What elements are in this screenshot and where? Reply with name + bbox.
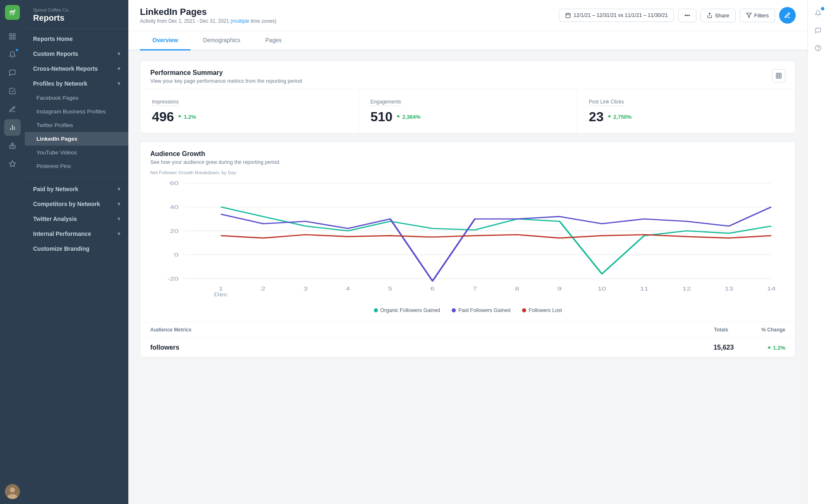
svg-text:20: 20 [170,228,178,233]
date-range-button[interactable]: 12/1/21 – 12/31/21 vs 11/1/21 – 11/30/21 [559,9,674,22]
sidebar-bottom-nav: Paid by Network ▾ Competitors by Network… [25,179,128,259]
app-logo[interactable] [5,5,20,20]
filters-button[interactable]: Filters [740,9,775,22]
topbar-left: LinkedIn Pages Activity from Dec 1, 2021… [140,7,276,24]
more-options-button[interactable]: ••• [678,9,696,22]
legend-dot-organic [374,308,378,312]
table-row-followers: followers 15,623 1.2% [140,338,795,357]
svg-text:-20: -20 [167,276,178,281]
right-bar-notifications[interactable] [811,6,826,21]
chevron-icon: ▾ [118,51,120,57]
sidebar-item-cross-network[interactable]: Cross-Network Reports ▾ [25,61,128,76]
svg-text:2: 2 [261,286,265,291]
chart-label: Net Follower Growth Breakdown, by Day [150,170,785,175]
sidebar-sub-pinterest-pins[interactable]: Pinterest Pins [25,159,128,173]
impressions-change: 1.2% [177,114,196,120]
card-header-audience: Audience Growth See how your audience gr… [140,142,795,170]
svg-text:6: 6 [431,286,435,291]
metric-engagements: Engagements 510 2,364% [359,89,578,133]
user-avatar[interactable] [5,484,20,499]
svg-text:13: 13 [724,286,733,291]
right-bar [807,0,828,504]
nav-icon-messages[interactable] [4,65,21,81]
main-content: LinkedIn Pages Activity from Dec 1, 2021… [128,0,807,504]
share-icon [707,12,712,18]
right-bar-chat[interactable] [811,23,826,38]
performance-summary-card: Performance Summary View your key page p… [140,60,796,133]
card-header-perf: Performance Summary View your key page p… [140,61,795,89]
icon-bar [0,0,25,504]
chevron-icon: ▾ [118,201,120,207]
sidebar-sub-linkedin-pages[interactable]: LinkedIn Pages [25,132,128,146]
svg-point-14 [10,487,15,492]
sidebar-sub-twitter-profiles[interactable]: Twitter Profiles [25,118,128,132]
chart-legend: Organic Followers Gained Paid Followers … [150,307,785,313]
audience-growth-card: Audience Growth See how your audience gr… [140,142,796,358]
chevron-icon: ▾ [118,216,120,222]
sidebar-item-reports-home[interactable]: Reports Home [25,31,128,46]
svg-text:5: 5 [388,286,392,291]
svg-text:Dec: Dec [214,292,228,297]
sidebar-item-competitors-by-network[interactable]: Competitors by Network ▾ [25,197,128,211]
chart-section: Net Follower Growth Breakdown, by Day [140,170,795,322]
svg-text:1: 1 [219,286,223,291]
page-title: LinkedIn Pages [140,7,276,17]
chevron-icon: ▾ [118,66,120,72]
svg-point-8 [12,143,14,145]
filter-icon [746,12,752,18]
sidebar-sub-youtube-videos[interactable]: YouTube Videos [25,146,128,159]
metric-post-link-clicks: Post Link Clicks 23 2,750% [577,89,795,133]
nav-icon-tasks[interactable] [4,83,21,99]
legend-dot-paid [452,308,456,312]
legend-lost: Followers Lost [522,307,562,313]
compose-icon [784,12,791,19]
tab-pages[interactable]: Pages [253,31,294,50]
tab-overview[interactable]: Overview [140,31,190,50]
table-header: Audience Metrics Totals % Change [140,322,795,338]
sidebar-sub-instagram[interactable]: Instagram Business Profiles [25,105,128,118]
topbar: LinkedIn Pages Activity from Dec 1, 2021… [128,0,807,31]
sidebar-item-custom-reports[interactable]: Custom Reports ▾ [25,46,128,61]
svg-text:9: 9 [557,286,562,291]
calendar-icon [565,12,571,18]
table-view-button[interactable] [772,69,785,82]
legend-organic: Organic Followers Gained [374,307,440,313]
arrow-up-icon [177,114,182,119]
svg-marker-21 [746,13,751,18]
sidebar-header: Sprout Coffee Co. Reports [25,0,128,29]
share-button[interactable]: Share [700,9,736,22]
svg-text:0: 0 [174,252,179,257]
svg-rect-1 [13,34,15,36]
svg-text:8: 8 [515,286,520,291]
sidebar-item-twitter-analysis[interactable]: Twitter Analysis ▾ [25,211,128,226]
timezone-link[interactable]: multiple [232,18,249,24]
right-bar-help[interactable] [811,41,826,55]
svg-rect-3 [13,37,15,39]
svg-text:60: 60 [170,180,178,186]
perf-card-subtitle: View your key page performance metrics f… [150,78,302,84]
arrow-up-icon [767,345,772,350]
content-area: Performance Summary View your key page p… [128,50,807,504]
svg-rect-22 [776,73,781,78]
sidebar-item-profiles-by-network[interactable]: Profiles by Network ▾ [25,76,128,91]
tab-demographics[interactable]: Demographics [190,31,253,50]
chevron-icon: ▾ [118,186,120,192]
nav-icon-reports[interactable] [4,119,21,136]
page-subtitle: Activity from Dec 1, 2021 - Dec 31, 2021… [140,18,276,24]
svg-rect-16 [566,13,570,18]
svg-text:7: 7 [473,286,477,291]
legend-paid: Paid Followers Gained [452,307,510,313]
sidebar-item-paid-by-network[interactable]: Paid by Network ▾ [25,182,128,197]
topbar-right: 12/1/21 – 12/31/21 vs 11/1/21 – 11/30/21… [559,7,796,24]
nav-icon-publish[interactable] [4,101,21,118]
sidebar-item-internal-performance[interactable]: Internal Performance ▾ [25,226,128,241]
tabs-bar: Overview Demographics Pages [128,31,807,50]
nav-icon-star[interactable] [4,156,21,172]
nav-icon-bots[interactable] [4,137,21,154]
sidebar-item-customize-branding[interactable]: Customize Branding [25,241,128,256]
nav-icon-notifications[interactable] [4,46,21,63]
compose-button[interactable] [779,7,796,24]
sidebar-sub-facebook-pages[interactable]: Facebook Pages [25,91,128,105]
nav-icon-feed[interactable] [4,28,21,45]
sidebar: Sprout Coffee Co. Reports Reports Home C… [25,0,128,504]
